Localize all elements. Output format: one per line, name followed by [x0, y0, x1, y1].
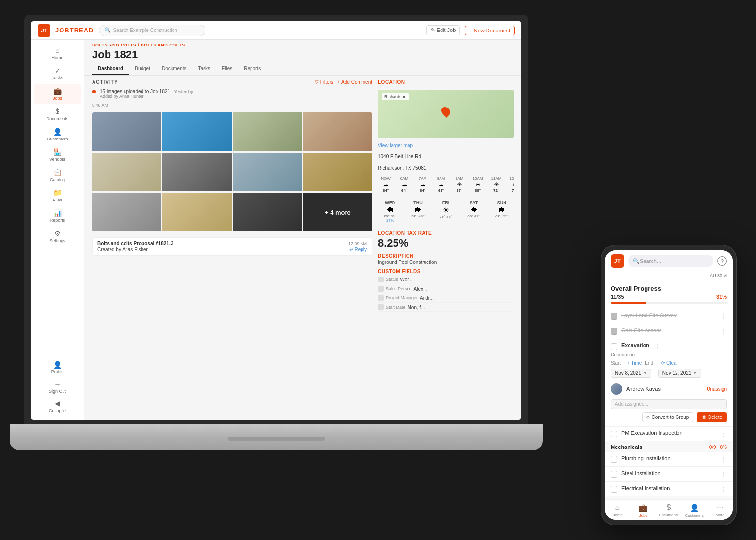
- sidebar-item-vendors[interactable]: 🏪 Vendors: [34, 145, 81, 165]
- reply-button[interactable]: ↩ Reply: [349, 247, 367, 252]
- sidebar-item-jobs[interactable]: 💼 Jobs: [34, 84, 81, 104]
- task-item-steel[interactable]: Steel Installation ⋮: [605, 467, 733, 482]
- photo-cell-8[interactable]: [303, 153, 372, 191]
- sidebar-item-home[interactable]: ⌂ Home: [34, 44, 81, 63]
- description-title: DESCRIPTION: [378, 253, 514, 259]
- mobile-search[interactable]: 🔍 Search...: [628, 255, 713, 267]
- catalog-icon: 📋: [54, 169, 62, 176]
- search-placeholder: Search Example Construction: [113, 28, 177, 33]
- task-more-icon-layout[interactable]: ⋮: [719, 312, 727, 320]
- photo-cell-2[interactable]: [162, 112, 231, 151]
- reply-sub: Created by Atlas Fisher: [97, 247, 148, 252]
- filters-button[interactable]: ▽ Filters: [315, 79, 333, 85]
- documents-icon: $: [54, 108, 62, 115]
- electrical-checkbox[interactable]: [611, 486, 617, 493]
- tax-rate-value: 8.25%: [378, 237, 514, 249]
- sidebar-label-jobs: Jobs: [53, 96, 62, 101]
- mobile-search-placeholder: Search...: [640, 258, 661, 264]
- sidebar-item-signout[interactable]: → Sign Out: [34, 377, 81, 397]
- delete-task-button[interactable]: 🗑 Delete: [697, 412, 727, 422]
- add-comment-button[interactable]: + Add Comment: [337, 79, 372, 85]
- excavation-more-icon[interactable]: ⋮: [653, 342, 661, 350]
- pm-checkbox[interactable]: [611, 431, 617, 437]
- sidebar-item-settings[interactable]: ⚙ Settings: [34, 227, 81, 246]
- entry-header: 15 images uploaded to Job 1821 Yesterday: [92, 89, 372, 94]
- photo-cell-10[interactable]: [162, 193, 231, 231]
- task-item-layout-survey[interactable]: Layout and Site Survey ⋮: [611, 309, 727, 324]
- map-placeholder[interactable]: Richardson: [378, 90, 514, 138]
- photo-cell-9[interactable]: [92, 193, 161, 231]
- new-document-button[interactable]: + New Document: [465, 26, 515, 35]
- vendors-icon: 🏪: [54, 148, 62, 156]
- nav-jobs[interactable]: 💼 Jobs: [630, 503, 656, 518]
- nav-home-icon: ⌂: [615, 503, 620, 512]
- tab-files[interactable]: Files: [216, 63, 238, 75]
- nav-customers[interactable]: 👤 Customers: [681, 503, 707, 518]
- tab-dashboard[interactable]: Dashboard: [92, 63, 129, 75]
- mobile-main[interactable]: Overall Progress 11/35 31% La: [605, 280, 733, 500]
- sidebar-item-profile[interactable]: 👤 Profile: [34, 358, 81, 377]
- tab-budget[interactable]: Budget: [129, 63, 156, 75]
- plumbing-more-icon[interactable]: ⋮: [719, 455, 727, 463]
- mobile-help-button[interactable]: ?: [717, 256, 727, 266]
- sidebar-item-customers[interactable]: 👤 Customers: [34, 125, 81, 144]
- photo-cell-5[interactable]: [92, 153, 161, 191]
- photo-cell-3[interactable]: [233, 112, 302, 151]
- nav-documents[interactable]: $ Documents: [656, 503, 682, 518]
- reply-time: 12:09 AM: [348, 241, 367, 246]
- plumbing-checkbox[interactable]: [611, 456, 617, 463]
- search-icon: 🔍: [104, 27, 111, 33]
- add-assignee-field[interactable]: Add assignee...: [611, 399, 727, 409]
- sidebar-item-reports[interactable]: 📊 Reports: [34, 206, 81, 226]
- photo-cell-7[interactable]: [233, 153, 302, 191]
- excavation-description: Description: [611, 352, 727, 357]
- edit-job-button[interactable]: ✎ Edit Job: [426, 25, 460, 35]
- tab-tasks[interactable]: Tasks: [192, 63, 217, 75]
- start-date-field[interactable]: Nov 8, 2021 ▼: [611, 369, 651, 378]
- breadcrumb: BOLTS AND COLTS / BOLTS AND COLTS: [84, 40, 521, 47]
- unassign-button[interactable]: Unassign: [707, 386, 727, 392]
- task-item-plumbing[interactable]: Plumbing Installation ⋮: [605, 452, 733, 467]
- convert-to-group-button[interactable]: ⟳ Convert to Group: [642, 412, 693, 422]
- photo-cell-4[interactable]: [303, 112, 372, 151]
- sidebar-item-catalog[interactable]: 📋 Catalog: [34, 166, 81, 185]
- sidebar-label-profile: Profile: [51, 370, 64, 374]
- sidebar-label-documents: Documents: [47, 116, 69, 121]
- task-checkbox-access[interactable]: [611, 328, 617, 335]
- photo-cell-11[interactable]: [233, 193, 302, 231]
- task-more-icon-access[interactable]: ⋮: [719, 327, 727, 335]
- sidebar-item-files[interactable]: 📁 Files: [34, 186, 81, 205]
- excavation-checkbox[interactable]: [611, 343, 617, 350]
- sidebar-item-documents[interactable]: $ Documents: [34, 105, 81, 124]
- add-time-button[interactable]: + Time: [627, 360, 642, 366]
- task-item-gain-access[interactable]: Gain Site Access ⋮: [611, 324, 727, 339]
- laptop-notch: [228, 437, 325, 441]
- weather-sun: SUN 🌧 67° 55°: [489, 201, 514, 223]
- tab-reports[interactable]: Reports: [238, 63, 267, 75]
- photo-cell-more[interactable]: + 4 more: [303, 193, 372, 231]
- cf-row-sales: Sales Person Alex...: [378, 284, 514, 293]
- end-date-field[interactable]: Nov 12, 2021 ▼: [658, 369, 701, 378]
- sidebar-item-tasks[interactable]: ✓ Tasks: [34, 64, 81, 83]
- steel-checkbox[interactable]: [611, 471, 617, 478]
- sidebar-item-collapse[interactable]: ◀ Collapse: [34, 397, 81, 416]
- steel-more-icon[interactable]: ⋮: [719, 470, 727, 478]
- photo-cell-1[interactable]: [92, 112, 161, 151]
- photo-cell-6[interactable]: [162, 153, 231, 191]
- end-label: End: [645, 360, 658, 366]
- clear-button[interactable]: ⟳ Clear: [661, 360, 678, 366]
- global-search[interactable]: 🔍 Search Example Construction: [99, 25, 205, 36]
- electrical-more-icon[interactable]: ⋮: [719, 485, 727, 493]
- view-larger-map[interactable]: View larger map: [378, 143, 514, 148]
- task-item-electrical[interactable]: Electrical Installation ⋮: [605, 482, 733, 496]
- tab-documents[interactable]: Documents: [156, 63, 192, 75]
- nav-home[interactable]: ⌂ Home: [605, 503, 630, 518]
- progress-percent: 31%: [716, 294, 727, 300]
- pm-more-icon[interactable]: ⋮: [719, 430, 727, 438]
- task-checkbox-layout[interactable]: [611, 313, 617, 320]
- sidebar: ⌂ Home ✓ Tasks 💼 Jobs $: [31, 40, 84, 420]
- nav-more[interactable]: ··· More: [707, 503, 733, 518]
- tax-rate-section: LOCATION TAX RATE 8.25%: [378, 231, 514, 249]
- weather-now-time: NOW: [381, 176, 391, 181]
- task-item-pm[interactable]: PM Excavation Inspection ⋮: [611, 427, 727, 441]
